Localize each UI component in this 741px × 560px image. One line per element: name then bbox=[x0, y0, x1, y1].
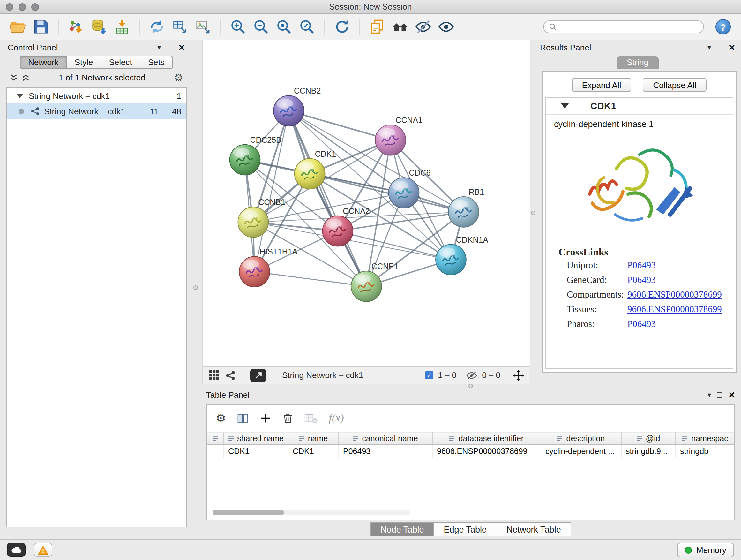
table-cell[interactable]: CDK1 bbox=[223, 445, 288, 458]
crosslink-value-link[interactable]: 9606.ENSP00000378699 bbox=[627, 304, 722, 315]
tab-edge-table[interactable]: Edge Table bbox=[434, 522, 497, 537]
crosslink-value-link[interactable]: P06493 bbox=[627, 274, 656, 286]
tab-string[interactable]: String bbox=[616, 56, 659, 69]
maximize-panel-icon[interactable] bbox=[717, 44, 723, 50]
open-in-new-window-button[interactable] bbox=[250, 369, 266, 381]
crosslink-value-link[interactable]: P06493 bbox=[627, 319, 656, 329]
minimize-window-button[interactable] bbox=[18, 3, 26, 11]
column-header-namespac[interactable]: namespac bbox=[675, 432, 734, 445]
delete-table-icon[interactable] bbox=[305, 413, 318, 424]
column-header-description[interactable]: description bbox=[541, 432, 621, 445]
import-network-from-database-button[interactable] bbox=[87, 16, 111, 38]
zoom-selected-button[interactable] bbox=[295, 16, 319, 38]
selected-checkbox-icon[interactable]: ✓ bbox=[425, 371, 433, 379]
show-all-button[interactable] bbox=[434, 16, 458, 38]
network-node-CDC25B[interactable] bbox=[230, 145, 260, 175]
table-cell[interactable]: CDK1 bbox=[288, 445, 338, 458]
network-node-CDK1[interactable] bbox=[294, 159, 325, 189]
network-node-CDKN1A[interactable] bbox=[435, 244, 466, 275]
export-network-table-button[interactable] bbox=[169, 16, 192, 38]
table-horizontal-scrollbar[interactable] bbox=[212, 509, 410, 515]
memory-button[interactable]: Memory bbox=[677, 543, 734, 557]
network-node-RB1[interactable] bbox=[448, 197, 479, 227]
network-node-CCNA1[interactable] bbox=[375, 125, 406, 155]
import-network-from-file-button[interactable] bbox=[64, 16, 87, 38]
cloud-status-button[interactable] bbox=[7, 543, 25, 557]
network-node-CCNB2[interactable] bbox=[273, 96, 304, 126]
network-edge-CCNB2-CCNA1[interactable] bbox=[289, 111, 391, 140]
collapse-all-icon[interactable] bbox=[10, 73, 18, 82]
table-cell[interactable]: stringdb:9... bbox=[621, 445, 675, 458]
table-cell[interactable]: 9606.ENSP00000378699 bbox=[432, 445, 541, 458]
show-columns-icon[interactable] bbox=[237, 412, 249, 424]
network-node-CCNB1[interactable] bbox=[238, 207, 269, 238]
scrollbar-thumb[interactable] bbox=[212, 509, 284, 515]
zoom-fit-button[interactable] bbox=[273, 16, 295, 38]
import-table-from-file-button[interactable] bbox=[111, 16, 133, 38]
left-splitter-handle[interactable] bbox=[193, 286, 198, 290]
duplicate-network-button[interactable] bbox=[366, 16, 389, 38]
refresh-view-button[interactable] bbox=[331, 16, 354, 38]
table-cell[interactable]: cyclin-dependent ... bbox=[541, 445, 621, 458]
table-row[interactable]: CDK1CDK1P064939606.ENSP00000378699cyclin… bbox=[207, 445, 734, 458]
warnings-button[interactable] bbox=[34, 543, 52, 557]
table-cell[interactable]: stringdb bbox=[675, 445, 734, 458]
search-input[interactable] bbox=[560, 22, 698, 31]
tab-style[interactable]: Style bbox=[67, 56, 102, 69]
hide-selected-button[interactable] bbox=[412, 16, 434, 38]
network-canvas[interactable]: CCNB2CCNA1CDC25BCDK1CDC6RB1CCNB1CCNA2CDK… bbox=[203, 40, 530, 366]
network-edge-CCNB2-CCNE1[interactable] bbox=[289, 111, 366, 287]
column-header-shared-name[interactable]: shared name bbox=[223, 432, 288, 445]
network-collection-row[interactable]: String Network – cdk1 1 bbox=[7, 88, 186, 104]
birds-eye-view-icon[interactable] bbox=[209, 370, 219, 381]
search-field[interactable] bbox=[543, 20, 704, 33]
tab-network[interactable]: Network bbox=[20, 56, 67, 69]
float-panel-icon[interactable]: ▾ bbox=[708, 391, 711, 398]
tab-sets[interactable]: Sets bbox=[140, 56, 173, 69]
help-button[interactable]: ? bbox=[716, 19, 731, 35]
close-panel-icon[interactable]: ✕ bbox=[178, 43, 185, 51]
gene-section-header[interactable]: CDK1 bbox=[546, 98, 733, 115]
close-panel-icon[interactable]: ✕ bbox=[728, 43, 735, 51]
tab-network-table[interactable]: Network Table bbox=[497, 522, 571, 537]
collapse-all-button[interactable]: Collapse All bbox=[643, 78, 707, 92]
column-header--id[interactable]: @id bbox=[621, 432, 675, 445]
pan-crosshair-icon[interactable] bbox=[513, 369, 524, 381]
function-builder-icon[interactable]: f(x) bbox=[329, 412, 344, 425]
add-column-icon[interactable] bbox=[260, 413, 271, 424]
zoom-in-button[interactable] bbox=[226, 16, 250, 38]
column-header-database-identifier[interactable]: database identifier bbox=[432, 432, 541, 445]
network-edge-HIST1H1A-CCNE1[interactable] bbox=[254, 272, 366, 287]
right-splitter-handle[interactable] bbox=[531, 211, 536, 215]
expand-all-icon[interactable] bbox=[22, 73, 30, 82]
maximize-panel-icon[interactable] bbox=[717, 392, 723, 397]
expand-all-button[interactable]: Expand All bbox=[572, 78, 631, 92]
collapse-arrow-icon[interactable] bbox=[17, 94, 23, 98]
hidden-eye-icon[interactable] bbox=[466, 371, 477, 380]
network-options-gear-icon[interactable]: ⚙ bbox=[174, 72, 183, 83]
close-panel-icon[interactable]: ✕ bbox=[728, 390, 735, 399]
crosslink-value-link[interactable]: 9606.ENSP00000378699 bbox=[627, 289, 722, 300]
table-cell[interactable]: P06493 bbox=[338, 445, 432, 458]
network-node-HIST1H1A[interactable] bbox=[239, 256, 270, 287]
new-network-button[interactable] bbox=[145, 16, 169, 38]
open-session-button[interactable] bbox=[6, 16, 29, 38]
collapse-section-icon[interactable] bbox=[561, 104, 569, 109]
close-window-button[interactable] bbox=[6, 3, 13, 11]
network-row-selected[interactable]: String Network – cdk1 11 48 bbox=[7, 104, 186, 119]
row-handle[interactable] bbox=[207, 445, 223, 458]
float-panel-icon[interactable]: ▾ bbox=[157, 44, 161, 51]
tab-select[interactable]: Select bbox=[101, 56, 140, 69]
save-session-button[interactable] bbox=[29, 16, 52, 38]
export-image-button[interactable] bbox=[192, 16, 214, 38]
zoom-out-button[interactable] bbox=[250, 16, 273, 38]
delete-column-icon[interactable] bbox=[282, 413, 293, 424]
network-node-CCNE1[interactable] bbox=[351, 271, 382, 302]
network-node-CDC6[interactable] bbox=[389, 178, 419, 208]
network-overview-icon[interactable] bbox=[225, 370, 235, 380]
tab-node-table[interactable]: Node Table bbox=[370, 522, 434, 537]
first-neighbors-button[interactable] bbox=[389, 16, 412, 38]
table-settings-gear-icon[interactable]: ⚙ bbox=[216, 411, 226, 425]
network-node-CCNA2[interactable] bbox=[323, 216, 353, 246]
crosslink-value-link[interactable]: P06493 bbox=[627, 260, 656, 271]
